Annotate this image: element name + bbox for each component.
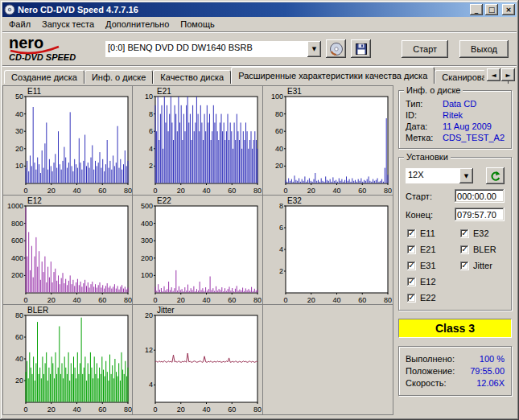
tab-scroll-left-icon[interactable]: ◄ [487, 68, 500, 81]
tab-2[interactable]: Качество диска [153, 70, 231, 84]
end-position-field[interactable] [455, 208, 505, 221]
svg-text:20: 20 [275, 162, 283, 170]
disc-info-row-1: ID:Ritek [406, 110, 505, 120]
checkbox-e22[interactable]: ✓E22 [407, 293, 457, 303]
menu-item-0[interactable]: Файл [3, 18, 36, 31]
start-position-label: Старт: [406, 191, 455, 201]
chart-E31: E3120406080100020406080 [263, 86, 392, 196]
svg-text:20: 20 [307, 187, 315, 195]
disc-tools-button[interactable] [326, 39, 346, 58]
svg-text:12: 12 [145, 346, 153, 354]
svg-text:60: 60 [15, 333, 23, 341]
disc-info-row-0: Тип:Data CD [406, 99, 505, 109]
checkbox-e21[interactable]: ✓E21 [407, 245, 457, 254]
drive-combobox[interactable]: [0:0] BENQ DVD DD DW1640 BSRB ▼ [105, 41, 321, 57]
tab-3[interactable]: Расширенные характеристики качества диск… [231, 67, 435, 84]
svg-text:60: 60 [229, 296, 237, 304]
checkbox-e32[interactable]: ✓E32 [460, 229, 496, 238]
svg-text:6: 6 [279, 224, 283, 232]
error-type-checkboxes: ✓E11✓E21✓E31✓E12✓E22 ✓E32✓BLER✓Jitter [407, 229, 506, 303]
svg-text:100: 100 [141, 271, 153, 279]
disc-info-value: Data CD [443, 99, 476, 109]
chart-cell-E22: E22100200300400500020406080 [133, 196, 262, 305]
svg-text:80: 80 [275, 110, 283, 118]
svg-text:20: 20 [145, 311, 153, 319]
close-button[interactable]: × [502, 4, 515, 15]
svg-text:800: 800 [11, 220, 23, 228]
status-row-1: Положение:79:55.00 [406, 366, 505, 376]
end-position-row: Конец: [406, 208, 505, 221]
quality-class-badge: Class 3 [398, 319, 512, 338]
svg-text:40: 40 [203, 187, 211, 195]
checkbox-label: E11 [420, 229, 435, 238]
tab-0[interactable]: Создание диска [4, 70, 84, 84]
checkbox-e12[interactable]: ✓E12 [407, 277, 457, 286]
svg-text:60: 60 [98, 296, 106, 304]
menu-item-1[interactable]: Запуск теста [36, 18, 100, 31]
status-label: Скорость: [406, 378, 476, 388]
checkbox-jitter[interactable]: ✓Jitter [460, 261, 496, 270]
save-button[interactable] [351, 39, 371, 58]
svg-text:E22: E22 [157, 196, 171, 205]
svg-text:4: 4 [149, 145, 153, 153]
tab-scroll-right-icon[interactable]: ► [501, 68, 515, 81]
svg-text:8: 8 [279, 202, 283, 210]
minimize-button[interactable]: _ [470, 4, 483, 15]
checkbox-e11[interactable]: ✓E11 [407, 229, 457, 238]
menu-item-2[interactable]: Дополнительно [100, 18, 175, 31]
svg-text:10: 10 [15, 162, 23, 170]
maximize-button[interactable]: □ [485, 4, 498, 15]
checkbox-check-icon: ✓ [407, 245, 416, 254]
svg-text:0: 0 [23, 187, 27, 195]
disc-info-row-3: Метка:CDS_TEST_A2 [406, 133, 505, 142]
svg-text:1000: 1000 [7, 202, 23, 210]
start-position-field[interactable] [455, 189, 505, 203]
svg-text:10: 10 [145, 93, 153, 101]
menu-item-3[interactable]: Помощь [175, 18, 220, 31]
svg-text:60: 60 [98, 406, 106, 414]
svg-text:500: 500 [141, 202, 153, 210]
svg-text:E32: E32 [287, 196, 302, 205]
checkbox-label: E22 [420, 293, 436, 303]
title-bar: Nero CD-DVD Speed 4.7.7.16 _ □ × [2, 2, 517, 17]
start-button[interactable]: Старт [402, 40, 448, 58]
svg-text:400: 400 [11, 254, 23, 262]
svg-text:40: 40 [332, 296, 340, 304]
refresh-button[interactable] [486, 167, 505, 184]
svg-text:0: 0 [154, 187, 158, 195]
svg-text:40: 40 [332, 187, 340, 195]
status-value: 12.06X [476, 378, 505, 388]
speed-combobox[interactable]: 12X ▼ [406, 168, 473, 183]
status-row-2: Скорость:12.06X [406, 378, 505, 388]
checkbox-e31[interactable]: ✓E31 [407, 261, 457, 270]
progress-group: Выполнено:100 %Положение:79:55.00Скорост… [398, 346, 512, 396]
chart-cell-E12: E122004006008001000020406080 [3, 196, 133, 305]
svg-text:BLER: BLER [27, 306, 48, 315]
disc-info-group: Инф. о диске Тип:Data CDID:RitekДата:11 … [398, 90, 512, 149]
save-icon [355, 43, 368, 56]
checkbox-check-icon: ✓ [407, 278, 416, 286]
svg-text:20: 20 [177, 187, 185, 195]
disc-info-label: ID: [406, 110, 443, 120]
exit-button[interactable]: Выход [459, 40, 509, 58]
checkbox-check-icon: ✓ [407, 294, 416, 303]
app-window: Nero CD-DVD Speed 4.7.7.16 _ □ × ФайлЗап… [0, 0, 519, 420]
svg-text:200: 200 [141, 254, 153, 262]
chart-cell-E11: E111020304050020406080 [3, 86, 133, 196]
svg-text:80: 80 [384, 296, 392, 304]
svg-text:40: 40 [72, 296, 80, 304]
checkbox-bler[interactable]: ✓BLER [460, 245, 496, 254]
status-row-0: Выполнено:100 % [406, 354, 505, 364]
chevron-down-icon[interactable]: ▼ [307, 41, 321, 57]
checkbox-label: BLER [473, 245, 496, 254]
chart-cell-BLER: BLER20406080020406080 [3, 305, 133, 414]
tab-1[interactable]: Инф. о диске [84, 70, 153, 84]
svg-text:6: 6 [149, 127, 153, 135]
svg-text:60: 60 [358, 296, 366, 304]
svg-text:80: 80 [384, 187, 392, 195]
menu-bar: ФайлЗапуск тестаДополнительноПомощь [2, 17, 517, 32]
svg-text:80: 80 [124, 296, 132, 304]
chevron-down-icon[interactable]: ▼ [459, 168, 473, 183]
chart-E22: E22100200300400500020406080 [133, 196, 262, 305]
svg-text:0: 0 [154, 406, 158, 414]
